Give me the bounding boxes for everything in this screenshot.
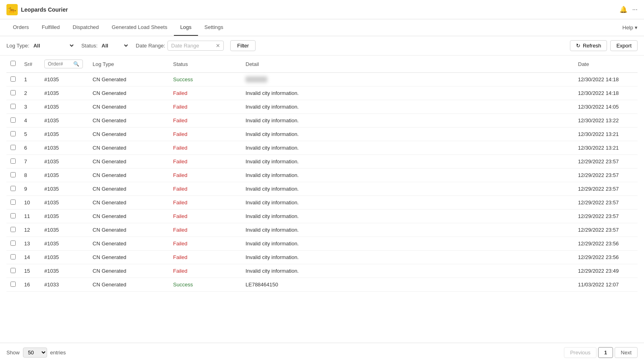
cell-order: #1035 [39, 196, 88, 210]
cell-log-type: CN Generated [88, 237, 168, 251]
chevron-down-icon: ▾ [635, 25, 638, 31]
cell-date: 12/29/2022 23:57 [573, 196, 638, 210]
row-checkbox[interactable] [10, 145, 16, 150]
order-search-input[interactable] [48, 61, 72, 67]
cell-date: 12/29/2022 23:57 [573, 169, 638, 182]
page-1-button[interactable]: 1 [598, 347, 613, 358]
row-checkbox[interactable] [10, 131, 16, 136]
cell-status: Failed [168, 264, 241, 278]
more-options-icon[interactable]: ··· [632, 6, 638, 13]
cell-log-type: CN Generated [88, 210, 168, 223]
bell-icon[interactable]: 🔔 [619, 6, 627, 13]
table-row: 3#1035CN GeneratedFailedInvalid city inf… [6, 100, 638, 114]
table-row: 2#1035CN GeneratedFailedInvalid city inf… [6, 86, 638, 100]
status-select[interactable]: All Success Failed [100, 42, 129, 49]
table-row: 13#1035CN GeneratedFailedInvalid city in… [6, 237, 638, 251]
tab-generated-load-sheets[interactable]: Generated Load Sheets [105, 19, 174, 36]
date-range-input[interactable]: Date Range ✕ [167, 41, 224, 51]
cell-status: Failed [168, 114, 241, 128]
select-all-checkbox[interactable] [10, 61, 16, 66]
pagination: Previous 1 Next [564, 347, 638, 358]
cell-date: 12/29/2022 23:56 [573, 237, 638, 251]
cell-order: #1035 [39, 210, 88, 223]
row-checkbox[interactable] [10, 227, 16, 232]
th-status: Status [168, 56, 241, 73]
row-checkbox[interactable] [10, 254, 16, 259]
cell-status: Success [168, 278, 241, 292]
table-row: 14#1035CN GeneratedFailedInvalid city in… [6, 251, 638, 264]
help-button[interactable]: Help ▾ [622, 25, 638, 31]
th-select-all [6, 56, 19, 73]
row-checkbox[interactable] [10, 241, 16, 246]
row-checkbox[interactable] [10, 90, 16, 95]
th-date: Date [573, 56, 638, 73]
tab-fulfilled[interactable]: Fulfilled [35, 19, 66, 36]
cell-sr: 15 [19, 264, 39, 278]
entries-label: entries [50, 350, 66, 356]
th-order: 🔍 [39, 56, 88, 73]
row-checkbox[interactable] [10, 172, 16, 177]
app-logo: 🐆 [6, 4, 18, 15]
cell-detail: Invalid city information. [241, 237, 573, 251]
refresh-button[interactable]: ↻ Refresh [570, 40, 607, 51]
table-container: Sr# 🔍 Log Type Status [0, 56, 644, 343]
cell-log-type: CN Generated [88, 223, 168, 237]
cell-order: #1035 [39, 251, 88, 264]
cell-sr: 16 [19, 278, 39, 292]
log-type-label: Log Type: [6, 43, 29, 49]
table-row: 15#1035CN GeneratedFailedInvalid city in… [6, 264, 638, 278]
cell-sr: 14 [19, 251, 39, 264]
cell-detail: LE788464150 [241, 278, 573, 292]
cell-log-type: CN Generated [88, 100, 168, 114]
cell-log-type: CN Generated [88, 196, 168, 210]
next-button[interactable]: Next [615, 347, 638, 358]
th-sr: Sr# [19, 56, 39, 73]
previous-button[interactable]: Previous [564, 347, 597, 358]
row-checkbox[interactable] [10, 186, 16, 191]
table-row: 12#1035CN GeneratedFailedInvalid city in… [6, 223, 638, 237]
date-range-clear-icon[interactable]: ✕ [216, 43, 220, 49]
cell-date: 12/30/2022 14:05 [573, 100, 638, 114]
table-row: 16#1033CN GeneratedSuccessLE78846415011/… [6, 278, 638, 292]
cell-order: #1035 [39, 141, 88, 155]
cell-log-type: CN Generated [88, 73, 168, 86]
cell-log-type: CN Generated [88, 155, 168, 169]
row-checkbox[interactable] [10, 213, 16, 218]
cell-detail: Invalid city information. [241, 100, 573, 114]
tab-logs[interactable]: Logs [174, 19, 198, 36]
row-checkbox[interactable] [10, 268, 16, 273]
date-range-filter: Date Range: Date Range ✕ [136, 41, 224, 51]
cell-order: #1035 [39, 155, 88, 169]
tab-orders[interactable]: Orders [6, 19, 35, 36]
entries-select[interactable]: 50 25 100 [23, 348, 47, 358]
row-checkbox[interactable] [10, 117, 16, 123]
cell-sr: 10 [19, 196, 39, 210]
row-checkbox[interactable] [10, 200, 16, 205]
cell-log-type: CN Generated [88, 86, 168, 100]
row-checkbox[interactable] [10, 282, 16, 287]
search-icon: 🔍 [73, 61, 79, 67]
cell-detail: Invalid city information. [241, 114, 573, 128]
cell-detail: Invalid city information. [241, 264, 573, 278]
cell-status: Failed [168, 128, 241, 141]
row-checkbox[interactable] [10, 158, 16, 164]
export-button[interactable]: Export [610, 40, 638, 51]
cell-detail: Invalid city information. [241, 86, 573, 100]
cell-date: 12/29/2022 23:57 [573, 182, 638, 196]
top-bar: 🐆 Leopards Courier 🔔 ··· [0, 0, 644, 19]
cell-order: #1035 [39, 264, 88, 278]
row-checkbox[interactable] [10, 104, 16, 109]
cell-date: 12/30/2022 13:22 [573, 114, 638, 128]
log-type-select[interactable]: All CN Generated [32, 42, 75, 49]
cell-order: #1035 [39, 128, 88, 141]
entries-group: Show 50 25 100 entries [6, 348, 66, 358]
tab-settings[interactable]: Settings [198, 19, 230, 36]
cell-date: 12/29/2022 23:57 [573, 210, 638, 223]
cell-status: Failed [168, 141, 241, 155]
filter-button[interactable]: Filter [230, 40, 256, 51]
filter-bar: Log Type: All CN Generated Status: All S… [0, 36, 644, 56]
cell-order: #1035 [39, 223, 88, 237]
row-checkbox[interactable] [10, 76, 16, 82]
cell-log-type: CN Generated [88, 278, 168, 292]
tab-dispatched[interactable]: Dispatched [66, 19, 105, 36]
